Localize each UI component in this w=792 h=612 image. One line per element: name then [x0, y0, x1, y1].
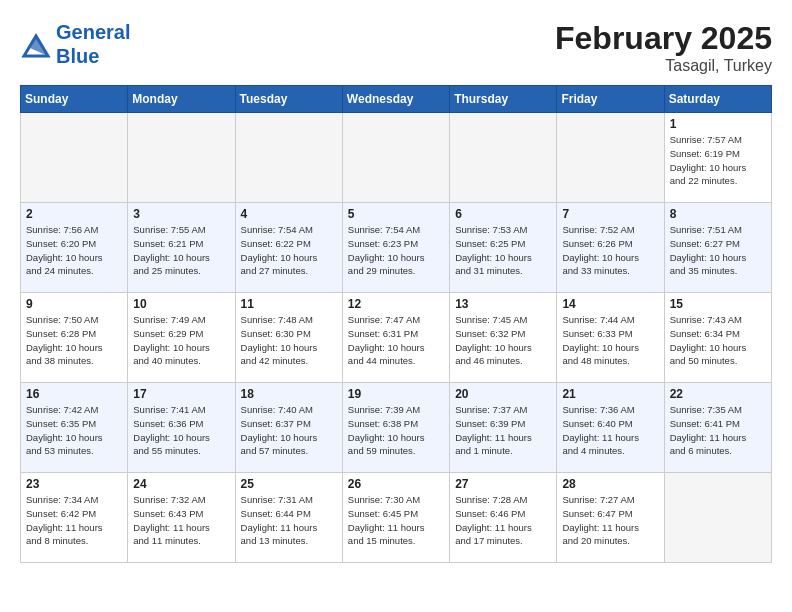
day-info: Sunrise: 7:45 AM Sunset: 6:32 PM Dayligh… — [455, 313, 551, 368]
calendar-cell: 9Sunrise: 7:50 AM Sunset: 6:28 PM Daylig… — [21, 293, 128, 383]
calendar-cell — [342, 113, 449, 203]
day-info: Sunrise: 7:47 AM Sunset: 6:31 PM Dayligh… — [348, 313, 444, 368]
day-info: Sunrise: 7:53 AM Sunset: 6:25 PM Dayligh… — [455, 223, 551, 278]
day-info: Sunrise: 7:28 AM Sunset: 6:46 PM Dayligh… — [455, 493, 551, 548]
day-number: 19 — [348, 387, 444, 401]
weekday-header: Friday — [557, 86, 664, 113]
weekday-header: Wednesday — [342, 86, 449, 113]
day-number: 21 — [562, 387, 658, 401]
day-number: 7 — [562, 207, 658, 221]
day-number: 18 — [241, 387, 337, 401]
weekday-header: Thursday — [450, 86, 557, 113]
calendar-week-row: 2Sunrise: 7:56 AM Sunset: 6:20 PM Daylig… — [21, 203, 772, 293]
calendar-cell: 8Sunrise: 7:51 AM Sunset: 6:27 PM Daylig… — [664, 203, 771, 293]
logo-line2: Blue — [56, 44, 130, 68]
day-info: Sunrise: 7:36 AM Sunset: 6:40 PM Dayligh… — [562, 403, 658, 458]
calendar-cell: 17Sunrise: 7:41 AM Sunset: 6:36 PM Dayli… — [128, 383, 235, 473]
calendar-week-row: 1Sunrise: 7:57 AM Sunset: 6:19 PM Daylig… — [21, 113, 772, 203]
day-info: Sunrise: 7:41 AM Sunset: 6:36 PM Dayligh… — [133, 403, 229, 458]
calendar-cell: 20Sunrise: 7:37 AM Sunset: 6:39 PM Dayli… — [450, 383, 557, 473]
calendar-cell — [21, 113, 128, 203]
day-info: Sunrise: 7:54 AM Sunset: 6:23 PM Dayligh… — [348, 223, 444, 278]
calendar-cell: 16Sunrise: 7:42 AM Sunset: 6:35 PM Dayli… — [21, 383, 128, 473]
day-number: 8 — [670, 207, 766, 221]
day-number: 25 — [241, 477, 337, 491]
calendar-cell: 13Sunrise: 7:45 AM Sunset: 6:32 PM Dayli… — [450, 293, 557, 383]
day-info: Sunrise: 7:50 AM Sunset: 6:28 PM Dayligh… — [26, 313, 122, 368]
day-info: Sunrise: 7:35 AM Sunset: 6:41 PM Dayligh… — [670, 403, 766, 458]
weekday-header: Sunday — [21, 86, 128, 113]
day-number: 27 — [455, 477, 551, 491]
calendar-cell — [557, 113, 664, 203]
day-info: Sunrise: 7:48 AM Sunset: 6:30 PM Dayligh… — [241, 313, 337, 368]
calendar-cell: 27Sunrise: 7:28 AM Sunset: 6:46 PM Dayli… — [450, 473, 557, 563]
calendar-cell: 21Sunrise: 7:36 AM Sunset: 6:40 PM Dayli… — [557, 383, 664, 473]
day-number: 6 — [455, 207, 551, 221]
day-info: Sunrise: 7:40 AM Sunset: 6:37 PM Dayligh… — [241, 403, 337, 458]
calendar-cell: 15Sunrise: 7:43 AM Sunset: 6:34 PM Dayli… — [664, 293, 771, 383]
day-info: Sunrise: 7:44 AM Sunset: 6:33 PM Dayligh… — [562, 313, 658, 368]
day-info: Sunrise: 7:31 AM Sunset: 6:44 PM Dayligh… — [241, 493, 337, 548]
day-number: 11 — [241, 297, 337, 311]
day-number: 24 — [133, 477, 229, 491]
day-info: Sunrise: 7:56 AM Sunset: 6:20 PM Dayligh… — [26, 223, 122, 278]
weekday-row: SundayMondayTuesdayWednesdayThursdayFrid… — [21, 86, 772, 113]
calendar-cell: 10Sunrise: 7:49 AM Sunset: 6:29 PM Dayli… — [128, 293, 235, 383]
day-number: 4 — [241, 207, 337, 221]
day-number: 3 — [133, 207, 229, 221]
day-number: 10 — [133, 297, 229, 311]
day-info: Sunrise: 7:37 AM Sunset: 6:39 PM Dayligh… — [455, 403, 551, 458]
calendar-cell: 23Sunrise: 7:34 AM Sunset: 6:42 PM Dayli… — [21, 473, 128, 563]
day-info: Sunrise: 7:34 AM Sunset: 6:42 PM Dayligh… — [26, 493, 122, 548]
logo: General Blue — [20, 20, 130, 68]
calendar-cell: 24Sunrise: 7:32 AM Sunset: 6:43 PM Dayli… — [128, 473, 235, 563]
day-info: Sunrise: 7:55 AM Sunset: 6:21 PM Dayligh… — [133, 223, 229, 278]
day-number: 28 — [562, 477, 658, 491]
day-info: Sunrise: 7:49 AM Sunset: 6:29 PM Dayligh… — [133, 313, 229, 368]
calendar-week-row: 9Sunrise: 7:50 AM Sunset: 6:28 PM Daylig… — [21, 293, 772, 383]
day-info: Sunrise: 7:30 AM Sunset: 6:45 PM Dayligh… — [348, 493, 444, 548]
day-info: Sunrise: 7:39 AM Sunset: 6:38 PM Dayligh… — [348, 403, 444, 458]
calendar-cell — [235, 113, 342, 203]
day-number: 12 — [348, 297, 444, 311]
calendar-cell: 28Sunrise: 7:27 AM Sunset: 6:47 PM Dayli… — [557, 473, 664, 563]
calendar-cell: 26Sunrise: 7:30 AM Sunset: 6:45 PM Dayli… — [342, 473, 449, 563]
day-number: 26 — [348, 477, 444, 491]
month-title: February 2025 — [555, 20, 772, 57]
day-number: 22 — [670, 387, 766, 401]
calendar-week-row: 16Sunrise: 7:42 AM Sunset: 6:35 PM Dayli… — [21, 383, 772, 473]
day-info: Sunrise: 7:51 AM Sunset: 6:27 PM Dayligh… — [670, 223, 766, 278]
day-number: 9 — [26, 297, 122, 311]
calendar-cell: 11Sunrise: 7:48 AM Sunset: 6:30 PM Dayli… — [235, 293, 342, 383]
calendar-cell — [450, 113, 557, 203]
logo-icon — [20, 28, 52, 60]
calendar-cell: 19Sunrise: 7:39 AM Sunset: 6:38 PM Dayli… — [342, 383, 449, 473]
day-info: Sunrise: 7:52 AM Sunset: 6:26 PM Dayligh… — [562, 223, 658, 278]
day-info: Sunrise: 7:42 AM Sunset: 6:35 PM Dayligh… — [26, 403, 122, 458]
weekday-header: Saturday — [664, 86, 771, 113]
calendar-cell: 4Sunrise: 7:54 AM Sunset: 6:22 PM Daylig… — [235, 203, 342, 293]
calendar-cell: 5Sunrise: 7:54 AM Sunset: 6:23 PM Daylig… — [342, 203, 449, 293]
calendar-header: SundayMondayTuesdayWednesdayThursdayFrid… — [21, 86, 772, 113]
calendar-cell: 6Sunrise: 7:53 AM Sunset: 6:25 PM Daylig… — [450, 203, 557, 293]
calendar-cell: 1Sunrise: 7:57 AM Sunset: 6:19 PM Daylig… — [664, 113, 771, 203]
day-number: 14 — [562, 297, 658, 311]
calendar-cell: 7Sunrise: 7:52 AM Sunset: 6:26 PM Daylig… — [557, 203, 664, 293]
calendar-cell: 14Sunrise: 7:44 AM Sunset: 6:33 PM Dayli… — [557, 293, 664, 383]
title-block: February 2025 Tasagil, Turkey — [555, 20, 772, 75]
calendar-cell: 12Sunrise: 7:47 AM Sunset: 6:31 PM Dayli… — [342, 293, 449, 383]
day-number: 5 — [348, 207, 444, 221]
calendar-cell: 3Sunrise: 7:55 AM Sunset: 6:21 PM Daylig… — [128, 203, 235, 293]
calendar-cell: 22Sunrise: 7:35 AM Sunset: 6:41 PM Dayli… — [664, 383, 771, 473]
day-number: 13 — [455, 297, 551, 311]
calendar-cell: 2Sunrise: 7:56 AM Sunset: 6:20 PM Daylig… — [21, 203, 128, 293]
day-info: Sunrise: 7:57 AM Sunset: 6:19 PM Dayligh… — [670, 133, 766, 188]
calendar-cell: 18Sunrise: 7:40 AM Sunset: 6:37 PM Dayli… — [235, 383, 342, 473]
weekday-header: Monday — [128, 86, 235, 113]
day-number: 15 — [670, 297, 766, 311]
day-number: 2 — [26, 207, 122, 221]
day-number: 20 — [455, 387, 551, 401]
page-header: General Blue February 2025 Tasagil, Turk… — [20, 20, 772, 75]
location: Tasagil, Turkey — [555, 57, 772, 75]
day-number: 23 — [26, 477, 122, 491]
